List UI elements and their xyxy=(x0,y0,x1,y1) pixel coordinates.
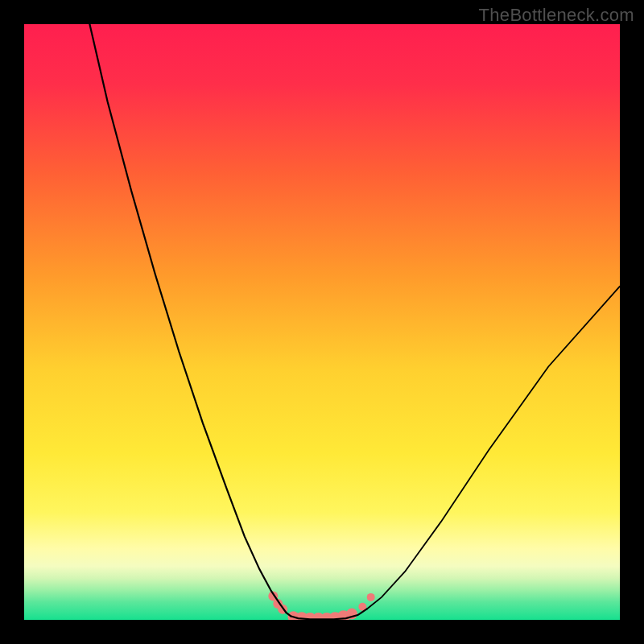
chart-frame: TheBottleneck.com xyxy=(0,0,644,644)
watermark-text: TheBottleneck.com xyxy=(479,5,634,26)
gradient-background xyxy=(24,24,620,620)
marker-point xyxy=(367,593,375,601)
chart-svg xyxy=(24,24,620,620)
plot-area xyxy=(24,24,620,620)
